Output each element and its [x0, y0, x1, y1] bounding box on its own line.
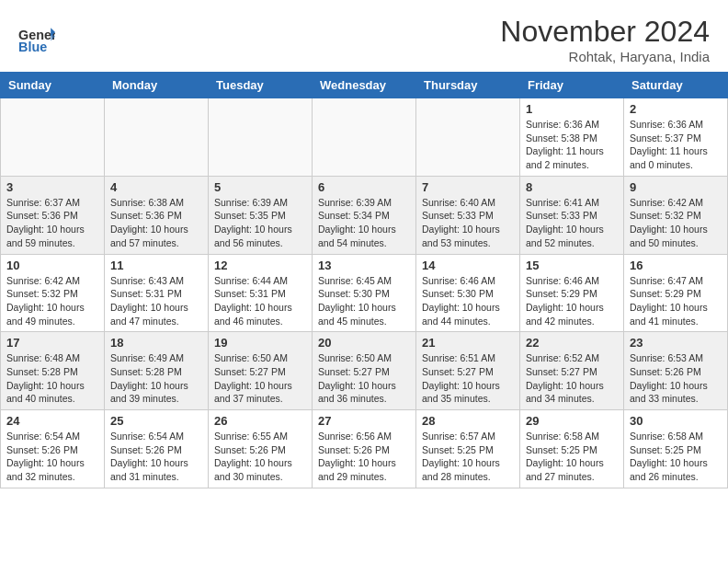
day-number: 8: [526, 180, 618, 194]
calendar-row-2: 10Sunrise: 6:42 AMSunset: 5:32 PMDayligh…: [1, 254, 728, 332]
weekday-header-sunday: Sunday: [1, 73, 105, 98]
day-info: Sunrise: 6:50 AMSunset: 5:27 PMDaylight:…: [214, 351, 306, 406]
day-number: 1: [526, 102, 618, 116]
calendar-cell: 5Sunrise: 6:39 AMSunset: 5:35 PMDaylight…: [209, 176, 313, 254]
weekday-header-friday: Friday: [520, 73, 624, 98]
day-info: Sunrise: 6:36 AMSunset: 5:38 PMDaylight:…: [526, 118, 618, 172]
day-info: Sunrise: 6:37 AMSunset: 5:36 PMDaylight:…: [6, 196, 98, 250]
day-number: 17: [6, 336, 98, 350]
calendar-cell: 4Sunrise: 6:38 AMSunset: 5:36 PMDaylight…: [105, 176, 209, 254]
day-number: 11: [110, 259, 202, 272]
day-info: Sunrise: 6:47 AMSunset: 5:29 PMDaylight:…: [630, 274, 722, 328]
day-number: 9: [630, 180, 722, 194]
page-header: General Blue November 2024 Rohtak, Harya…: [0, 0, 728, 72]
day-number: 15: [526, 259, 618, 272]
day-info: Sunrise: 6:58 AMSunset: 5:25 PMDaylight:…: [526, 430, 618, 484]
calendar-cell: 3Sunrise: 6:37 AMSunset: 5:36 PMDaylight…: [1, 176, 105, 254]
weekday-header-wednesday: Wednesday: [313, 73, 416, 98]
day-number: 21: [422, 336, 514, 350]
calendar-cell: 20Sunrise: 6:50 AMSunset: 5:27 PMDayligh…: [313, 332, 416, 410]
calendar-cell: 12Sunrise: 6:44 AMSunset: 5:31 PMDayligh…: [209, 254, 313, 332]
logo: General Blue: [18, 21, 55, 58]
weekday-header-row: SundayMondayTuesdayWednesdayThursdayFrid…: [1, 73, 728, 98]
day-number: 16: [630, 259, 722, 272]
day-number: 7: [422, 180, 514, 194]
calendar-cell: [209, 98, 313, 177]
calendar-cell: [313, 98, 416, 177]
calendar-cell: 22Sunrise: 6:52 AMSunset: 5:27 PMDayligh…: [520, 332, 624, 410]
day-number: 22: [526, 336, 618, 350]
calendar-cell: 9Sunrise: 6:42 AMSunset: 5:32 PMDaylight…: [624, 176, 728, 254]
calendar-cell: 21Sunrise: 6:51 AMSunset: 5:27 PMDayligh…: [416, 332, 520, 410]
calendar-cell: 19Sunrise: 6:50 AMSunset: 5:27 PMDayligh…: [209, 332, 313, 410]
weekday-header-thursday: Thursday: [416, 73, 520, 98]
day-info: Sunrise: 6:46 AMSunset: 5:29 PMDaylight:…: [526, 274, 618, 328]
day-info: Sunrise: 6:56 AMSunset: 5:26 PMDaylight:…: [318, 430, 410, 484]
month-title: November 2024: [500, 15, 710, 49]
calendar-cell: 2Sunrise: 6:36 AMSunset: 5:37 PMDaylight…: [624, 98, 728, 177]
calendar-cell: 27Sunrise: 6:56 AMSunset: 5:26 PMDayligh…: [313, 410, 416, 488]
svg-text:Blue: Blue: [18, 40, 47, 54]
calendar-cell: 28Sunrise: 6:57 AMSunset: 5:25 PMDayligh…: [416, 410, 520, 488]
day-number: 3: [6, 180, 98, 194]
day-info: Sunrise: 6:57 AMSunset: 5:25 PMDaylight:…: [422, 430, 514, 484]
calendar-row-4: 24Sunrise: 6:54 AMSunset: 5:26 PMDayligh…: [1, 410, 728, 488]
day-info: Sunrise: 6:53 AMSunset: 5:26 PMDaylight:…: [630, 351, 722, 406]
day-number: 14: [422, 259, 514, 272]
title-area: November 2024 Rohtak, Haryana, India: [500, 15, 710, 64]
calendar-cell: 23Sunrise: 6:53 AMSunset: 5:26 PMDayligh…: [624, 332, 728, 410]
calendar-cell: 1Sunrise: 6:36 AMSunset: 5:38 PMDaylight…: [520, 98, 624, 177]
calendar-row-3: 17Sunrise: 6:48 AMSunset: 5:28 PMDayligh…: [1, 332, 728, 410]
weekday-header-monday: Monday: [105, 73, 209, 98]
day-info: Sunrise: 6:39 AMSunset: 5:35 PMDaylight:…: [214, 196, 306, 250]
day-info: Sunrise: 6:38 AMSunset: 5:36 PMDaylight:…: [110, 196, 202, 250]
day-info: Sunrise: 6:48 AMSunset: 5:28 PMDaylight:…: [6, 351, 98, 406]
calendar-cell: [105, 98, 209, 177]
day-info: Sunrise: 6:43 AMSunset: 5:31 PMDaylight:…: [110, 274, 202, 328]
day-info: Sunrise: 6:40 AMSunset: 5:33 PMDaylight:…: [422, 196, 514, 250]
day-info: Sunrise: 6:49 AMSunset: 5:28 PMDaylight:…: [110, 351, 202, 406]
day-number: 26: [214, 414, 306, 428]
day-number: 6: [318, 180, 410, 194]
calendar-cell: 10Sunrise: 6:42 AMSunset: 5:32 PMDayligh…: [1, 254, 105, 332]
logo-icon: General Blue: [18, 21, 55, 58]
location: Rohtak, Haryana, India: [500, 49, 710, 64]
day-number: 10: [6, 259, 98, 272]
day-number: 18: [110, 336, 202, 350]
calendar-cell: 29Sunrise: 6:58 AMSunset: 5:25 PMDayligh…: [520, 410, 624, 488]
calendar-cell: 25Sunrise: 6:54 AMSunset: 5:26 PMDayligh…: [105, 410, 209, 488]
day-number: 20: [318, 336, 410, 350]
day-info: Sunrise: 6:54 AMSunset: 5:26 PMDaylight:…: [6, 430, 98, 484]
day-info: Sunrise: 6:36 AMSunset: 5:37 PMDaylight:…: [630, 118, 722, 172]
calendar-cell: 7Sunrise: 6:40 AMSunset: 5:33 PMDaylight…: [416, 176, 520, 254]
day-number: 25: [110, 414, 202, 428]
day-info: Sunrise: 6:46 AMSunset: 5:30 PMDaylight:…: [422, 274, 514, 328]
weekday-header-saturday: Saturday: [624, 73, 728, 98]
day-number: 30: [630, 414, 722, 428]
calendar-cell: 14Sunrise: 6:46 AMSunset: 5:30 PMDayligh…: [416, 254, 520, 332]
calendar-table: SundayMondayTuesdayWednesdayThursdayFrid…: [0, 72, 728, 488]
calendar-cell: 6Sunrise: 6:39 AMSunset: 5:34 PMDaylight…: [313, 176, 416, 254]
calendar-cell: 26Sunrise: 6:55 AMSunset: 5:26 PMDayligh…: [209, 410, 313, 488]
day-info: Sunrise: 6:58 AMSunset: 5:25 PMDaylight:…: [630, 430, 722, 484]
day-info: Sunrise: 6:50 AMSunset: 5:27 PMDaylight:…: [318, 351, 410, 406]
calendar-cell: 18Sunrise: 6:49 AMSunset: 5:28 PMDayligh…: [105, 332, 209, 410]
day-info: Sunrise: 6:52 AMSunset: 5:27 PMDaylight:…: [526, 351, 618, 406]
day-number: 19: [214, 336, 306, 350]
day-number: 5: [214, 180, 306, 194]
calendar-cell: 11Sunrise: 6:43 AMSunset: 5:31 PMDayligh…: [105, 254, 209, 332]
day-info: Sunrise: 6:44 AMSunset: 5:31 PMDaylight:…: [214, 274, 306, 328]
calendar-cell: [1, 98, 105, 177]
calendar-cell: 30Sunrise: 6:58 AMSunset: 5:25 PMDayligh…: [624, 410, 728, 488]
day-number: 13: [318, 259, 410, 272]
day-info: Sunrise: 6:45 AMSunset: 5:30 PMDaylight:…: [318, 274, 410, 328]
calendar-cell: 8Sunrise: 6:41 AMSunset: 5:33 PMDaylight…: [520, 176, 624, 254]
day-info: Sunrise: 6:54 AMSunset: 5:26 PMDaylight:…: [110, 430, 202, 484]
day-info: Sunrise: 6:51 AMSunset: 5:27 PMDaylight:…: [422, 351, 514, 406]
calendar-cell: [416, 98, 520, 177]
calendar-row-0: 1Sunrise: 6:36 AMSunset: 5:38 PMDaylight…: [1, 98, 728, 177]
day-number: 29: [526, 414, 618, 428]
calendar-cell: 16Sunrise: 6:47 AMSunset: 5:29 PMDayligh…: [624, 254, 728, 332]
day-number: 28: [422, 414, 514, 428]
day-info: Sunrise: 6:41 AMSunset: 5:33 PMDaylight:…: [526, 196, 618, 250]
